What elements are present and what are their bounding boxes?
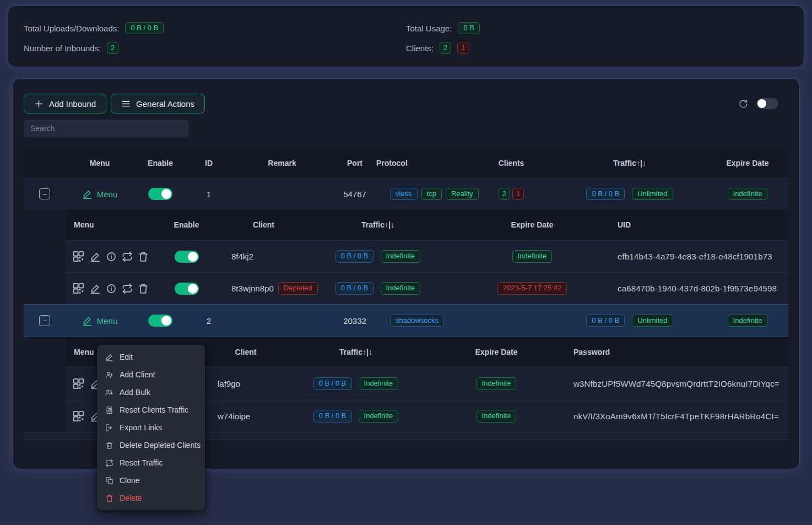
inbound-port: 54767 bbox=[343, 190, 366, 199]
stats-row-2: Number of Inbounds: 2 Clients: 2 1 bbox=[24, 39, 788, 57]
duration-badge: Indefinite bbox=[381, 250, 421, 263]
client-table-inbound-1: Menu Enable Client Traffic↑|↓ Expire Dat… bbox=[66, 209, 788, 304]
stats-row-1: Total Uploads/Downloads: 0 B / 0 B Total… bbox=[24, 19, 788, 37]
search-input[interactable] bbox=[24, 120, 189, 137]
dark-mode-toggle[interactable] bbox=[756, 98, 778, 109]
delete-client-icon[interactable] bbox=[138, 251, 149, 262]
clone-icon bbox=[105, 477, 113, 485]
context-menu-item-add-client[interactable]: Add Client bbox=[97, 366, 205, 383]
column-header-expire-date: Expire Date bbox=[447, 220, 618, 229]
refresh-icon bbox=[738, 99, 749, 109]
inbounds-page: Total Uploads/Downloads: 0 B / 0 B Total… bbox=[0, 0, 812, 525]
inbound-row-1: − Menu 1 54767 vless tcp Reality bbox=[24, 178, 788, 209]
qr-code-icon[interactable] bbox=[72, 250, 85, 263]
toolbar-buttons: Add Inbound General Actions bbox=[24, 94, 205, 113]
add-inbound-label: Add Inbound bbox=[49, 99, 96, 109]
context-menu-item-delete-depleted-clients[interactable]: Delete Depleted Clients bbox=[97, 436, 205, 454]
context-menu-item-reset-traffic[interactable]: Reset Traffic bbox=[97, 454, 205, 472]
toggle-knob bbox=[188, 252, 198, 262]
stat-total-usage: Total Usage: 0 B bbox=[406, 22, 788, 35]
expire-badge: Indefinite bbox=[728, 188, 768, 201]
context-menu-item-export-links[interactable]: Export Links bbox=[97, 419, 205, 436]
expire-badge: Indefinite bbox=[477, 410, 517, 423]
enable-toggle[interactable] bbox=[148, 188, 172, 200]
toggle-knob bbox=[188, 284, 198, 294]
collapse-row-button[interactable]: − bbox=[39, 315, 50, 326]
duration-badge: Indefinite bbox=[381, 282, 421, 295]
traffic-badge: 0 B / 0 B bbox=[313, 377, 352, 390]
duration-badge: Indefinite bbox=[359, 410, 399, 423]
add-client-icon bbox=[105, 371, 113, 379]
context-menu-item-edit[interactable]: Edit bbox=[97, 348, 205, 366]
context-menu-item-add-bulk[interactable]: Add Bulk bbox=[97, 383, 205, 401]
client-name: laf9go bbox=[218, 379, 240, 388]
toggle-knob bbox=[757, 99, 766, 108]
client-name: 8t3wjnn8p0 bbox=[231, 284, 274, 293]
toolbar: Add Inbound General Actions bbox=[13, 79, 799, 113]
inbound-id: 1 bbox=[207, 190, 211, 199]
expire-badge: 2023-5-7 17:25:42 bbox=[497, 282, 567, 295]
toggle-knob bbox=[161, 189, 171, 199]
client-password: nkV/I/3XoAm9v6xMT/T5IcrF4TpeTKF98rHARbRo… bbox=[573, 412, 779, 421]
column-header-traffic[interactable]: Traffic↑|↓ bbox=[287, 348, 425, 356]
refresh-button[interactable] bbox=[738, 99, 749, 109]
column-header-client: Client bbox=[218, 220, 309, 229]
column-header-password: Password bbox=[568, 348, 788, 356]
stat-label: Clients: bbox=[406, 44, 434, 53]
info-icon[interactable] bbox=[106, 283, 117, 294]
clients-depleted-badge: 1 bbox=[457, 42, 469, 55]
info-icon[interactable] bbox=[106, 251, 117, 262]
inbound-row-2: − Menu 2 20332 shadowsocks bbox=[24, 304, 788, 337]
column-header-menu: Menu bbox=[66, 159, 134, 167]
column-header-remark: Remark bbox=[231, 159, 333, 167]
stat-value-badge: 0 B / 0 B bbox=[125, 22, 164, 35]
inbounds-table-header: Menu Enable ID Remark Port Protocol Clie… bbox=[24, 148, 788, 178]
general-actions-label: General Actions bbox=[136, 99, 194, 109]
menu-lines-icon bbox=[121, 99, 131, 109]
delete-icon bbox=[105, 494, 113, 502]
stat-clients: Clients: 2 1 bbox=[406, 42, 788, 55]
enable-toggle[interactable] bbox=[175, 283, 199, 295]
add-bulk-icon bbox=[105, 388, 113, 397]
client-row-8t3wjnn8p0: 8t3wjnn8p0 Depleted 0 B / 0 B Indefinite… bbox=[66, 272, 788, 304]
column-header-port: Port bbox=[333, 159, 376, 167]
column-header-traffic[interactable]: Traffic↑|↓ bbox=[309, 220, 447, 229]
enable-toggle[interactable] bbox=[148, 315, 172, 327]
duration-badge: Indefinite bbox=[359, 377, 399, 390]
qr-code-icon[interactable] bbox=[72, 282, 85, 295]
protocol-badge: shadowsocks bbox=[390, 315, 444, 327]
clients-active-badge: 2 bbox=[440, 42, 451, 55]
reset-traffic-icon[interactable] bbox=[122, 251, 133, 262]
inbound-menu-button[interactable]: Menu bbox=[82, 189, 118, 199]
context-menu-item-clone[interactable]: Clone bbox=[97, 472, 205, 489]
enable-toggle[interactable] bbox=[175, 251, 199, 263]
inbound-menu-button[interactable]: Menu bbox=[82, 316, 118, 326]
reset-traffic-icon[interactable] bbox=[122, 283, 133, 294]
column-header-expire-date: Expire Date bbox=[707, 159, 788, 167]
general-actions-button[interactable]: General Actions bbox=[111, 94, 205, 113]
qr-code-icon[interactable] bbox=[72, 377, 85, 390]
column-header-enable: Enable bbox=[134, 159, 187, 167]
delete-client-icon[interactable] bbox=[138, 283, 149, 294]
column-header-uid: UID bbox=[618, 220, 788, 229]
edit-icon bbox=[105, 353, 113, 361]
client-name: 8f4kj2 bbox=[231, 252, 253, 261]
context-menu-item-delete[interactable]: Delete bbox=[97, 489, 205, 507]
collapse-row-button[interactable]: − bbox=[39, 188, 50, 199]
client-name: w74ioipe bbox=[218, 412, 250, 421]
add-inbound-button[interactable]: Add Inbound bbox=[24, 94, 106, 113]
edit-pencil-icon bbox=[82, 316, 93, 326]
expire-badge: Indefinite bbox=[728, 315, 768, 327]
quota-badge: Unlimited bbox=[632, 188, 673, 201]
edit-client-icon[interactable] bbox=[90, 283, 101, 294]
inbound-menu-label: Menu bbox=[97, 316, 118, 326]
context-menu-item-reset-clients-traffic[interactable]: Reset Clients Traffic bbox=[97, 401, 205, 419]
inbound-menu-label: Menu bbox=[97, 190, 118, 199]
protocol-badge: vless bbox=[390, 188, 418, 201]
clients-active-badge: 2 bbox=[499, 188, 510, 201]
expire-badge: Indefinite bbox=[477, 377, 517, 390]
edit-client-icon[interactable] bbox=[90, 251, 101, 262]
column-header-traffic[interactable]: Traffic↑|↓ bbox=[553, 159, 707, 167]
stat-value-badge: 0 B bbox=[458, 22, 480, 35]
qr-code-icon[interactable] bbox=[72, 410, 85, 423]
